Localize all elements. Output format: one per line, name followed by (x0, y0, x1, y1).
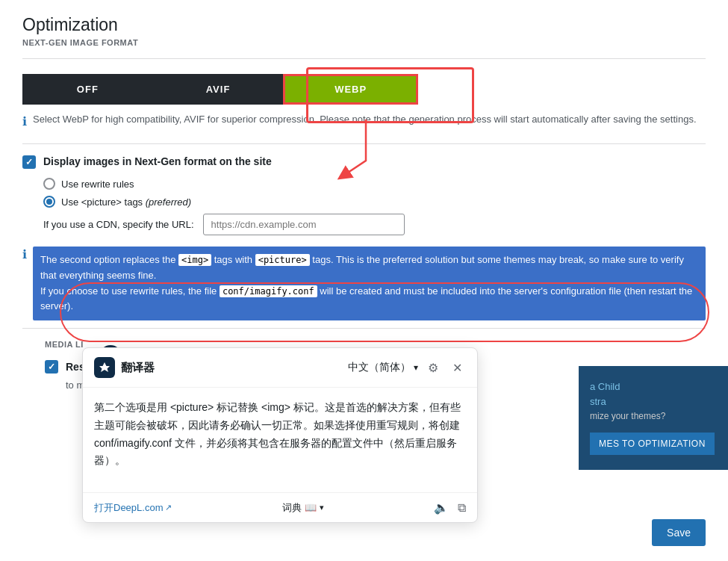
toggle-off-button[interactable]: OFF (22, 74, 153, 105)
section-subtitle: NEXT-GEN IMAGE FORMAT (22, 38, 706, 59)
toggle-avif-button[interactable]: AVIF (153, 74, 284, 105)
radio-rewrite[interactable] (43, 178, 55, 190)
gear-icon[interactable]: ⚙ (424, 359, 442, 376)
display-checkbox[interactable] (22, 155, 36, 169)
chevron-down-icon: ▾ (414, 362, 418, 373)
translator-footer: 打开DeepL.com ↗ 词典 📖 ▾ 🔈 ⧉ (83, 492, 477, 522)
deepl-link-text: 打开DeepL.com (94, 501, 163, 515)
right-panel: a Child stra mize your themes? MES TO OP… (579, 366, 728, 470)
translator-body: 第二个选项是用 <picture> 标记替换 <img> 标记。这是首选的解决方… (83, 388, 477, 492)
cdn-label: If you use a CDN, specify the URL: (43, 219, 194, 230)
radio-picture[interactable] (43, 196, 55, 208)
radio-group: Use rewrite rules Use <picture> tags (pr… (43, 178, 706, 208)
info-line2-prefix: If you choose to use rewrite rules, the … (40, 285, 220, 297)
translator-popup: 翻译器 中文（简体） ▾ ⚙ ✕ 第二个选项是用 <picture> 标记替换 … (82, 347, 478, 523)
radio-rewrite-label: Use rewrite rules (61, 179, 134, 190)
info-row: ℹ Select WebP for high compatibility, AV… (22, 114, 706, 128)
translator-header: 翻译器 中文（简体） ▾ ⚙ ✕ (83, 348, 477, 388)
display-option-label: Display images in Next-Gen format on the… (43, 155, 272, 167)
lang-selector[interactable]: 中文（简体） ▾ (348, 361, 418, 374)
info-box: ℹ The second option replaces the <img> t… (22, 247, 706, 320)
info-icon-2: ℹ (22, 247, 27, 261)
deepl-logo-icon (94, 357, 115, 378)
right-panel-link1[interactable]: a Child (590, 381, 717, 392)
deepl-link[interactable]: 打开DeepL.com ↗ (94, 501, 172, 515)
preferred-label: (preferred) (146, 196, 191, 208)
tags-with: tags with (211, 254, 255, 265)
radio-rewrite-row: Use rewrite rules (43, 178, 706, 190)
speaker-icon[interactable]: 🔈 (434, 500, 449, 515)
close-icon[interactable]: ✕ (448, 359, 466, 376)
media-checkbox[interactable] (45, 360, 58, 374)
translator-controls: 中文（简体） ▾ ⚙ ✕ (348, 359, 466, 376)
external-link-icon: ↗ (165, 503, 172, 512)
img-tag: <img> (178, 254, 211, 266)
cdn-input[interactable] (203, 214, 405, 235)
divider-1 (22, 143, 706, 144)
dict-chevron-icon: ▾ (320, 503, 324, 512)
format-toggle-group: OFF AVIF WEBP (22, 74, 418, 105)
translated-text: 第二个选项是用 <picture> 标记替换 <img> 标记。这是首选的解决方… (94, 399, 466, 470)
radio-picture-row: Use <picture> tags (preferred) (43, 196, 706, 208)
lang-label: 中文（简体） (348, 361, 411, 374)
footer-right: 🔈 ⧉ (434, 500, 466, 515)
conf-file: conf/imagify.conf (220, 285, 317, 297)
display-option-row: Display images in Next-Gen format on the… (22, 155, 706, 169)
book-icon: 📖 (305, 502, 317, 513)
cdn-row: If you use a CDN, specify the URL: (43, 214, 706, 235)
copy-icon[interactable]: ⧉ (458, 501, 466, 515)
translator-title: 翻译器 (121, 361, 155, 375)
save-button[interactable]: Save (652, 519, 706, 546)
page-title: Optimization (22, 15, 706, 35)
dict-label: 词典 (282, 501, 302, 515)
dict-section[interactable]: 词典 📖 ▾ (282, 501, 324, 515)
right-panel-cta-button[interactable]: MES TO OPTIMIZATION (590, 433, 715, 455)
info-highlighted-text: The second option replaces the <img> tag… (33, 247, 706, 320)
radio-picture-label: Use <picture> tags (preferred) (61, 196, 191, 208)
info-icon: ℹ (22, 114, 27, 128)
toggle-webp-button[interactable]: WEBP (283, 74, 418, 105)
translator-logo: 翻译器 (94, 357, 155, 378)
info-line1-prefix: The second option replaces the (40, 254, 178, 265)
right-panel-link2[interactable]: stra (590, 396, 717, 407)
right-panel-question: mize your themes? (590, 411, 717, 421)
footer-left: 打开DeepL.com ↗ (94, 501, 172, 515)
info-text: Select WebP for high compatibility, AVIF… (33, 114, 697, 125)
picture-tag: <picture> (255, 254, 310, 266)
